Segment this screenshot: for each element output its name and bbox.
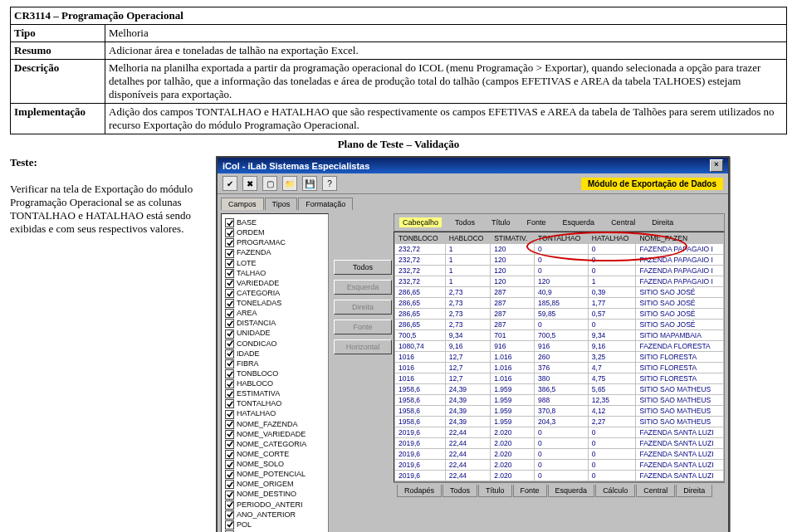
btn-todos[interactable]: Todos [334, 260, 392, 275]
table-row[interactable]: 232,72112000FAZENDA PAPAGAIO I [395, 244, 724, 255]
table-row[interactable]: 286,652,7328759,850,57SITIO SAO JOSÉ [395, 309, 724, 320]
table-row[interactable]: 1958,624,391.959370,84,12SITIO SAO MATHE… [395, 406, 724, 417]
table-row[interactable]: 286,652,7328700SITIO SAO JOSÉ [395, 320, 724, 330]
table-row[interactable]: 1958,624,391.959204,32,27SITIO SAO MATHE… [395, 417, 724, 427]
cr-title: CR3114 – Programação Operacional [11, 7, 787, 25]
field-hatalhao[interactable]: HATALHAO [225, 408, 325, 418]
col-habloco[interactable]: HABLOCO [445, 233, 490, 244]
field-estimativa[interactable]: ESTIMATIVA [225, 388, 325, 398]
table-row[interactable]: 286,652,73287185,851,77SITIO SAO JOSÉ [395, 298, 724, 309]
col-tontalhao[interactable]: TONTALHAO [535, 233, 589, 244]
hdr-tab-2[interactable]: Título [488, 217, 514, 227]
plano-heading: Plano de Teste – Validação [10, 138, 787, 151]
ftr-tab-4[interactable]: Esquerda [548, 485, 595, 497]
table-row[interactable]: 2019,622,442.02000FAZENDA SANTA LUZI [395, 460, 724, 471]
field-nome_potencial[interactable]: NOME_POTENCIAL [225, 469, 325, 479]
table-row[interactable]: 700,59,34701700,59,34SITIO MAPAMBAIA [395, 330, 724, 341]
mid-button-column: TodosEsquerdaDireitaFonteHorizontal [332, 210, 394, 532]
col-tonbloco[interactable]: TONBLOCO [395, 233, 446, 244]
ftr-tab-5[interactable]: Cálculo [595, 485, 635, 497]
btn-fonte[interactable]: Fonte [334, 320, 392, 334]
left-tab-campos[interactable]: Campos [221, 198, 264, 210]
ftr-tab-2[interactable]: Título [478, 485, 512, 497]
ftr-tab-6[interactable]: Central [636, 485, 675, 497]
col-stimativ.[interactable]: STIMATIV. [491, 233, 535, 244]
col-nome_fazen[interactable]: NOME_FAZEN [636, 233, 724, 244]
table-row[interactable]: 2019,622,442.02000FAZENDA SANTA LUZI [395, 471, 724, 481]
field-talhao[interactable]: TALHAO [225, 268, 325, 278]
clear-icon[interactable]: ▢ [262, 176, 277, 191]
help-icon[interactable]: ? [322, 176, 337, 191]
field-fazenda[interactable]: FAZENDA [225, 247, 325, 257]
field-fibra[interactable]: FIBRA [225, 359, 325, 368]
table-row[interactable]: 1958,624,391.959386,55,65SITIO SAO MATHE… [395, 384, 724, 395]
table-row[interactable]: 1958,624,391.95998812,35SITIO SAO MATHEU… [395, 395, 724, 406]
hdr-tab-4[interactable]: Esquerda [560, 217, 599, 227]
folder-icon[interactable]: 📁 [282, 176, 297, 191]
field-unidade[interactable]: UNIDADE [225, 328, 325, 338]
field-tonbloco[interactable]: TONBLOCO [225, 368, 325, 378]
data-grid[interactable]: TONBLOCOHABLOCOSTIMATIV.TONTALHAOHATALHA… [394, 232, 725, 482]
table-row[interactable]: 101612,71.0163764,7SITIO FLORESTA [395, 363, 724, 373]
field-periodo_anteri[interactable]: PERIODO_ANTERI [225, 500, 325, 510]
btn-esquerda[interactable]: Esquerda [334, 280, 392, 295]
check-icon[interactable]: ✔ [222, 176, 237, 191]
field-nome_origem[interactable]: NOME_ORIGEM [225, 479, 325, 489]
table-row[interactable]: 232,7211201201FAZENDA PAPAGAIO I [395, 276, 724, 287]
field-idade[interactable]: IDADE [225, 349, 325, 359]
fields-list[interactable]: BASEORDEMPROGRAMACFAZENDALOTETALHAOVARIE… [221, 213, 329, 532]
table-row[interactable]: 2019,622,442.02000FAZENDA SANTA LUZI [395, 438, 724, 449]
table-row[interactable]: 232,72112000FAZENDA PAPAGAIO I [395, 255, 724, 266]
field-nome_categoria[interactable]: NOME_CATEGORIA [225, 439, 325, 449]
hdr-tab-1[interactable]: Todos [452, 217, 478, 227]
save-icon[interactable]: 💾 [302, 176, 317, 191]
field-distancia[interactable]: DISTANCIA [225, 318, 325, 328]
btn-direita[interactable]: Direita [334, 300, 392, 315]
field-condicao[interactable]: CONDICAO [225, 339, 325, 349]
hdr-tab-6[interactable]: Direita [648, 217, 677, 227]
ftr-tab-0[interactable]: Rodapés [397, 485, 442, 497]
ftr-tab-1[interactable]: Todos [443, 485, 477, 497]
table-row[interactable]: 101612,71.0162603,25SITIO FLORESTA [395, 352, 724, 363]
table-row[interactable]: 2019,622,442.02000FAZENDA SANTA LUZI [395, 449, 724, 460]
hdr-tab-0[interactable]: Cabeçalho [399, 217, 442, 227]
field-ano_anterior[interactable]: ANO_ANTERIOR [225, 510, 325, 520]
hdr-tab-3[interactable]: Fonte [524, 217, 550, 227]
field-lote[interactable]: LOTE [225, 258, 325, 268]
field-programac[interactable]: PROGRAMAC [225, 237, 325, 247]
field-toneladas[interactable]: TONELADAS [225, 298, 325, 308]
field-area[interactable]: AREA [225, 308, 325, 318]
table-row[interactable]: 286,652,7328740,90,39SITIO SAO JOSÉ [395, 287, 724, 298]
ftr-tab-3[interactable]: Fonte [513, 485, 547, 497]
field-tontalhao[interactable]: TONTALHAO [225, 398, 325, 408]
table-row[interactable]: 232,72112000FAZENDA PAPAGAIO I [395, 266, 724, 276]
tipo-value: Melhoria [105, 25, 787, 42]
cancel-icon[interactable]: ✖ [242, 176, 257, 191]
app-window: iCol - iLab Sistemas Especialistas × ✔ ✖… [216, 156, 730, 532]
btn-horizontal[interactable]: Horizontal [334, 339, 392, 354]
field-nome_destino[interactable]: NOME_DESTINO [225, 489, 325, 499]
field-variedade[interactable]: VARIEDADE [225, 278, 325, 288]
table-row[interactable]: 2019,622,442.02000FAZENDA SANTA LUZI [395, 427, 724, 438]
ftr-tab-7[interactable]: Direita [676, 485, 712, 497]
field-categoria[interactable]: CATEGORIA [225, 288, 325, 298]
field-nome_fazenda[interactable]: NOME_FAZENDA [225, 419, 325, 429]
toolbar: ✔ ✖ ▢ 📁 💾 ? Módulo de Exportação de Dado… [218, 173, 728, 194]
left-tab-formatação[interactable]: Formatação [298, 198, 353, 210]
left-tab-tipos[interactable]: Tipos [265, 198, 298, 210]
table-row[interactable]: 1080,749,169169169,16FAZENDA FLORESTA [395, 341, 724, 352]
resumo-label: Resumo [11, 42, 105, 60]
field-nome_variedade[interactable]: NOME_VARIEDADE [225, 429, 325, 439]
teste-label: Teste: [10, 156, 209, 169]
field-ordem[interactable]: ORDEM [225, 227, 325, 237]
field-nome_solo[interactable]: NOME_SOLO [225, 459, 325, 469]
table-row[interactable]: 101612,71.0163804,75SITIO FLORESTA [395, 373, 724, 384]
hdr-tab-5[interactable]: Central [608, 217, 638, 227]
field-pol[interactable]: POL [225, 520, 325, 530]
impl-value: Adição dos campos TONTALHAO e HATALHAO q… [105, 104, 787, 134]
col-hatalhao[interactable]: HATALHAO [588, 233, 636, 244]
field-nome_corte[interactable]: NOME_CORTE [225, 449, 325, 459]
field-habloco[interactable]: HABLOCO [225, 378, 325, 388]
close-icon[interactable]: × [710, 159, 723, 172]
field-base[interactable]: BASE [225, 217, 325, 227]
